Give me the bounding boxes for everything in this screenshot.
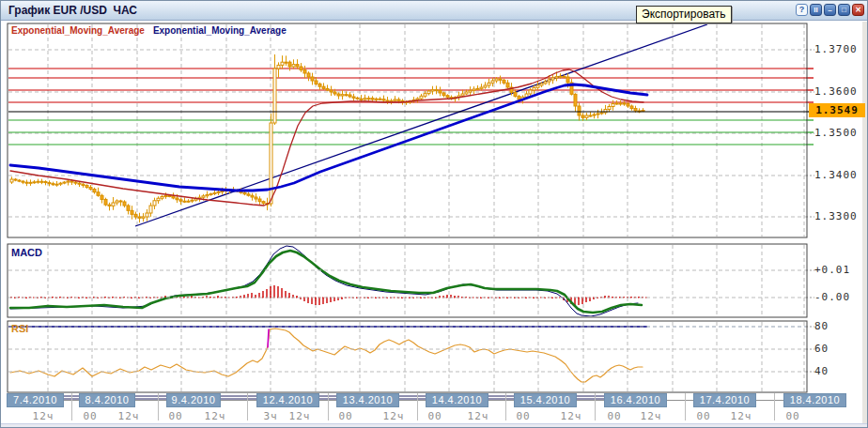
right-edge-strip	[862, 22, 868, 423]
macd-chart-area[interactable]	[8, 244, 807, 317]
time-axis-tick-label: 12ч	[731, 410, 752, 422]
time-axis-tick-label: 3ч	[263, 410, 277, 422]
time-axis-tick-label: 00	[338, 410, 352, 422]
price-axis-label: 1.3600	[814, 85, 858, 98]
time-axis-tick-label: 00	[168, 410, 182, 422]
date-axis-day-label: 16.4.2010	[604, 393, 667, 407]
maximize-button[interactable]: □	[838, 4, 850, 16]
time-axis-tick-label: 00	[696, 410, 710, 422]
time-axis-tick-label: 12ч	[383, 410, 405, 422]
price-axis-label: 1.3500	[814, 127, 858, 139]
date-axis-day-label: 15.4.2010	[514, 393, 577, 407]
last-price-tag: 1.3549	[809, 103, 865, 117]
rsi-chart-area[interactable]	[8, 321, 807, 392]
time-axis-tick-label: 00	[427, 410, 442, 422]
window-buttons: ?II–□✕	[796, 4, 864, 16]
date-axis-day-label: 14.4.2010	[426, 393, 488, 407]
day-divider-line	[158, 393, 159, 420]
time-axis-tick-label: 12ч	[561, 410, 582, 422]
day-divider-line	[595, 393, 596, 420]
time-axis-tick-label: 12ч	[641, 410, 662, 422]
chart-window: Exponential_Moving_AverageExponential_Mo…	[0, 0, 868, 428]
macd-axis-label: -0.00	[814, 291, 850, 303]
date-axis-day-label: 8.4.2010	[79, 393, 135, 407]
titlebar[interactable]: График EUR /USD ЧАС ?II–□✕	[1, 1, 867, 21]
time-axis-tick-label: 00	[785, 410, 799, 422]
close-button[interactable]: ✕	[852, 4, 864, 16]
time-axis-tick-label: 00	[83, 410, 97, 422]
day-divider-line	[247, 393, 248, 420]
export-tooltip: Экспортировать	[636, 6, 732, 23]
main-chart-area[interactable]	[8, 23, 807, 237]
date-axis-day-label: 17.4.2010	[693, 393, 756, 407]
time-axis-tick-label: 12ч	[205, 410, 226, 422]
time-axis-tick-label: 12ч	[33, 410, 54, 422]
day-divider-line	[417, 393, 418, 420]
time-axis-tick-label: 00	[516, 410, 530, 422]
price-axis-label: 1.3300	[814, 210, 858, 222]
price-axis-label: 1.3400	[814, 169, 858, 181]
rsi-axis-label: 80	[814, 320, 829, 332]
pause-button[interactable]: II	[810, 4, 822, 16]
bottom-strip	[1, 423, 868, 428]
day-divider-line	[71, 393, 72, 420]
macd-axis-label: +0.01	[814, 264, 850, 276]
day-divider-line	[328, 393, 329, 420]
time-axis-tick-label: 12ч	[468, 410, 489, 422]
time-axis-tick-label: 12ч	[118, 410, 140, 422]
help-button[interactable]: ?	[796, 4, 808, 16]
date-axis-day-label: 12.4.2010	[256, 393, 319, 407]
date-axis-day-label: 9.4.2010	[166, 393, 221, 407]
time-axis-tick-label: 12ч	[289, 410, 311, 422]
day-divider-line	[505, 393, 506, 420]
day-divider-line	[685, 393, 686, 420]
minimize-button[interactable]: –	[824, 4, 836, 16]
date-axis-day-label: 18.4.2010	[783, 393, 846, 407]
rsi-axis-label: 40	[814, 365, 829, 377]
date-axis-day-label: 13.4.2010	[336, 393, 399, 407]
time-axis-tick-label: 00	[607, 410, 621, 422]
window-title: График EUR /USD ЧАС	[8, 4, 137, 17]
rsi-axis-label: 60	[814, 343, 829, 355]
date-axis-day-label: 7.4.2010	[7, 393, 64, 407]
day-divider-line	[774, 393, 775, 420]
price-axis-label: 1.3700	[814, 43, 858, 55]
